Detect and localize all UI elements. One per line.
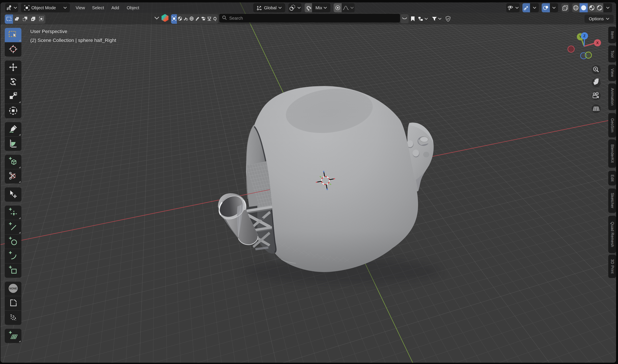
tool-move[interactable] <box>5 61 21 75</box>
snap-toggle[interactable] <box>305 3 312 12</box>
transform-icon <box>9 106 18 116</box>
select-mode-invert[interactable] <box>29 14 37 24</box>
zoom-button[interactable] <box>592 65 601 74</box>
shading-solid-button[interactable] <box>579 3 588 12</box>
sidebar-tab-sketcher[interactable]: Sketcher <box>608 188 616 213</box>
tool-rotate[interactable] <box>5 75 21 89</box>
orientation-selector[interactable]: Global <box>253 3 285 12</box>
overlays-dropdown[interactable] <box>550 3 558 12</box>
gizmos-dropdown[interactable] <box>530 3 539 12</box>
subtool-indicator <box>19 101 21 103</box>
tool-cut-box[interactable] <box>5 169 21 183</box>
scene-category-icon <box>183 16 188 22</box>
menu-add[interactable]: Add <box>111 3 120 12</box>
bk-category-material[interactable] <box>177 14 183 24</box>
visibility-dropdown[interactable] <box>506 3 520 12</box>
sidebar-tab-quad-remesh[interactable]: Quad Remesh <box>608 216 616 253</box>
gizmo-axis-x[interactable]: X <box>594 39 601 46</box>
tool-cursor[interactable] <box>5 42 21 57</box>
tool-tweak-move[interactable] <box>5 187 21 202</box>
pan-button[interactable] <box>592 78 601 87</box>
tool-annotate[interactable] <box>5 122 21 136</box>
subtool-indicator <box>19 134 21 136</box>
shading-material-button[interactable] <box>588 3 596 12</box>
gizmos-group <box>522 3 539 12</box>
tool-workplane-none[interactable]: NONE <box>5 282 21 296</box>
shading-wireframe-button[interactable] <box>572 3 579 12</box>
sphere-object[interactable] <box>246 84 418 272</box>
trim-icon <box>9 299 17 308</box>
menu-view[interactable]: View <box>75 3 86 12</box>
select-mode-set[interactable] <box>5 14 13 24</box>
gizmos-toggle[interactable] <box>522 3 530 12</box>
tool-add-cube[interactable] <box>5 155 21 169</box>
sidebar-tab-tool[interactable]: Tool <box>608 45 616 63</box>
tool-add-workplane[interactable] <box>5 329 21 343</box>
select-mode-intersect[interactable] <box>37 14 45 24</box>
sidebar-tab-blenderkit[interactable]: BlenderKit <box>608 139 616 168</box>
bk-category-world[interactable] <box>189 14 195 24</box>
shading-rendered-button[interactable] <box>596 3 603 12</box>
tool-offset-arc[interactable] <box>5 311 21 325</box>
sidebar-tab-geosim[interactable]: GeoSim <box>608 113 616 137</box>
shading-dropdown[interactable] <box>603 3 612 12</box>
tweak-move-icon <box>9 190 17 199</box>
bk-ratings-button[interactable] <box>400 14 409 23</box>
object-mode-icon <box>24 5 30 11</box>
bk-category-addon[interactable] <box>212 14 218 24</box>
proportional-editing-group <box>334 3 355 12</box>
assetbar-collapse-button[interactable] <box>154 16 159 20</box>
overlays-toggle[interactable] <box>542 3 550 12</box>
tool-add-arc[interactable] <box>5 249 21 263</box>
sidebar-tab-edit[interactable]: Edit <box>608 171 616 185</box>
tool-add-rectangle[interactable] <box>5 263 21 278</box>
options-dropdown[interactable]: Options <box>584 15 614 23</box>
gizmo-axis-neg-x[interactable] <box>568 46 574 52</box>
subtool-indicator <box>19 181 21 183</box>
tool-trim[interactable] <box>5 296 21 310</box>
tool-select-box[interactable] <box>5 28 21 42</box>
sidebar-tab-animation[interactable]: Animation <box>608 83 616 110</box>
bk-category-nodegroup[interactable] <box>200 14 206 24</box>
sidebar-tab-3d-print[interactable]: 3D Print <box>608 255 616 278</box>
orthographic-button[interactable] <box>592 104 601 113</box>
pivot-point-icon <box>289 5 296 11</box>
asset-search-field[interactable]: Search <box>219 14 400 23</box>
menu-object[interactable]: Object <box>126 3 140 12</box>
bk-category-scene[interactable] <box>183 14 189 24</box>
tool-transform[interactable] <box>5 104 21 118</box>
proportional-editing-toggle[interactable] <box>334 3 342 12</box>
tool-scale[interactable] <box>5 90 21 104</box>
gizmo-axis-z[interactable]: Z <box>581 32 588 39</box>
sidebar-tab-item[interactable]: Item <box>608 26 616 43</box>
viewport-3d[interactable]: Y Z X User Perspective (2) Scene Collect… <box>0 2 616 363</box>
bk-category-printable[interactable] <box>207 14 212 24</box>
tool-add-point[interactable] <box>5 206 21 220</box>
menu-select[interactable]: Select <box>92 3 105 12</box>
gizmo-axis-neg-y[interactable] <box>585 52 592 58</box>
tool-add-circle[interactable] <box>5 234 21 249</box>
select-mode-extend[interactable] <box>13 14 21 24</box>
tool-add-line[interactable] <box>5 220 21 234</box>
snap-mode-dropdown[interactable]: Mix <box>312 3 330 12</box>
sidebar-tab-view[interactable]: View <box>608 65 616 81</box>
orientation-axes-icon <box>257 5 262 11</box>
editor-type-button[interactable] <box>5 3 18 12</box>
select-mode-subtract[interactable] <box>21 14 29 24</box>
mode-selector[interactable]: Object Mode <box>21 3 70 12</box>
pivot-point-button[interactable] <box>289 3 302 12</box>
shield-check-icon <box>445 16 451 22</box>
proportional-falloff-dropdown[interactable] <box>342 3 355 12</box>
bk-category-model[interactable] <box>171 14 177 24</box>
camera-view-button[interactable] <box>592 91 601 100</box>
bk-category-brush[interactable] <box>195 14 200 24</box>
bk-collections-dropdown[interactable] <box>417 14 429 23</box>
active-object-overlay: (2) Scene Collection | sphere half_Right <box>30 38 116 43</box>
xray-toggle[interactable] <box>561 3 569 12</box>
bk-bookmarks-button[interactable] <box>409 14 416 23</box>
tool-measure[interactable] <box>5 137 21 151</box>
blenderkit-logo[interactable] <box>161 14 169 23</box>
bk-filter-dropdown[interactable] <box>430 14 443 23</box>
snap-mode-label: Mix <box>316 5 322 10</box>
bk-validation-button[interactable] <box>444 14 452 23</box>
